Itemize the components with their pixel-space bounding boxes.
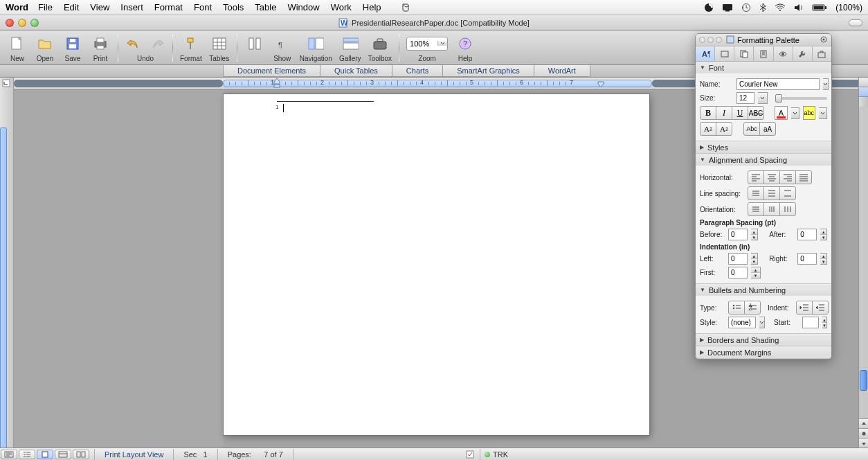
palette-tab-compatibility[interactable] — [774, 46, 793, 61]
after-stepper[interactable]: ▲▼ — [820, 229, 827, 240]
zoom-field[interactable] — [406, 37, 448, 51]
zoom-dropdown[interactable] — [437, 41, 447, 46]
first-line-indent-marker[interactable] — [273, 78, 280, 88]
slider-knob[interactable] — [775, 94, 782, 103]
strikethrough-button[interactable]: ABC — [748, 106, 764, 120]
track-changes-status[interactable]: TRK — [485, 450, 508, 459]
toolbox-icon[interactable] — [372, 35, 388, 52]
spacing-15-button[interactable] — [763, 186, 780, 200]
italic-button[interactable]: I — [716, 106, 732, 120]
browse-object-button[interactable] — [859, 428, 868, 438]
smallcaps-button[interactable]: Abc — [743, 122, 760, 136]
scroll-track[interactable] — [859, 107, 868, 418]
highlight-button[interactable]: abc — [803, 106, 816, 120]
menu-window[interactable]: Window — [287, 2, 319, 12]
section-margins-header[interactable]: ▶Document Margins — [696, 346, 831, 358]
next-page-button[interactable] — [859, 438, 868, 448]
document-page[interactable]: 1 — [224, 94, 649, 435]
tab-document-elements[interactable]: Document Elements — [223, 65, 320, 77]
palette-tab-tools[interactable] — [793, 46, 813, 61]
palette-tab-object[interactable] — [715, 46, 734, 61]
zoom-window-button[interactable] — [30, 19, 39, 27]
undo-icon[interactable] — [125, 35, 142, 52]
scroll-up-button[interactable] — [859, 87, 868, 97]
columns-icon[interactable] — [246, 35, 263, 52]
align-center-button[interactable] — [763, 170, 780, 184]
bullets-start-field[interactable] — [802, 317, 819, 328]
tab-selector[interactable] — [2, 79, 10, 89]
palette-min-button[interactable] — [707, 37, 714, 43]
palette-zoom-button[interactable] — [716, 37, 722, 43]
font-name-dropdown[interactable] — [823, 78, 829, 90]
new-doc-icon[interactable] — [9, 35, 26, 52]
navigation-icon[interactable] — [307, 35, 324, 52]
display-icon[interactable] — [722, 3, 733, 12]
vertical-scrollbar[interactable] — [858, 78, 868, 448]
publishing-view-button[interactable] — [73, 450, 89, 459]
highlight-dropdown[interactable] — [819, 107, 827, 119]
font-name-field[interactable] — [736, 78, 820, 90]
volume-icon[interactable] — [794, 3, 804, 12]
battery-icon[interactable] — [812, 3, 827, 12]
superscript-button[interactable]: A2 — [700, 122, 716, 136]
align-justify-button[interactable] — [795, 170, 812, 184]
font-size-slider[interactable] — [775, 97, 827, 100]
show-icon[interactable]: ¶ — [274, 35, 291, 52]
menu-file[interactable]: File — [38, 2, 53, 12]
wifi-icon[interactable] — [775, 3, 786, 12]
align-left-button[interactable] — [748, 170, 764, 184]
indent-left-stepper[interactable]: ▲▼ — [751, 253, 758, 265]
changecase-button[interactable]: aA — [759, 122, 776, 136]
after-field[interactable] — [797, 229, 817, 240]
print-icon[interactable] — [92, 35, 109, 52]
bold-button[interactable]: B — [700, 106, 716, 120]
font-size-dropdown[interactable] — [758, 92, 768, 104]
palette-tab-formatting[interactable]: A¶ — [696, 46, 715, 61]
menu-insert[interactable]: Insert — [120, 2, 143, 12]
palette-tab-project[interactable] — [813, 46, 831, 61]
bullets-start-stepper[interactable]: ▲▼ — [822, 317, 827, 328]
print-layout-view-button[interactable] — [37, 450, 53, 459]
bluetooth-icon[interactable] — [759, 3, 766, 12]
section-styles-header[interactable]: ▶Styles — [696, 141, 831, 153]
tables-icon[interactable] — [211, 35, 228, 52]
redo-icon[interactable] — [149, 35, 165, 52]
spellcheck-status[interactable] — [466, 450, 476, 459]
indent-right-field[interactable] — [797, 253, 817, 265]
section-bullets-header[interactable]: ▼Bullets and Numbering — [696, 284, 831, 296]
sync-icon[interactable] — [704, 3, 714, 12]
font-color-dropdown[interactable] — [791, 107, 799, 119]
font-color-button[interactable]: A — [775, 106, 788, 120]
bullets-style-field[interactable] — [728, 317, 756, 328]
timemachine-icon[interactable] — [741, 3, 751, 12]
gallery-icon[interactable] — [342, 35, 359, 52]
orient-horiz-button[interactable] — [748, 202, 764, 216]
menu-table[interactable]: Table — [255, 2, 276, 12]
palette-close-button[interactable] — [699, 37, 705, 43]
indent-right-stepper[interactable]: ▲▼ — [820, 253, 827, 265]
notebook-view-button[interactable] — [55, 450, 71, 459]
tab-charts[interactable]: Charts — [392, 65, 443, 77]
right-indent-marker[interactable] — [597, 78, 604, 88]
decrease-indent-button[interactable] — [796, 301, 813, 315]
tab-quick-tables[interactable]: Quick Tables — [320, 65, 392, 77]
before-stepper[interactable]: ▲▼ — [751, 229, 758, 240]
help-icon[interactable]: ? — [457, 35, 473, 52]
zoom-input[interactable] — [407, 39, 437, 48]
tab-smartart[interactable]: SmartArt Graphics — [442, 65, 534, 77]
numbering-button[interactable]: 12 — [744, 301, 761, 315]
tab-wordart[interactable]: WordArt — [534, 65, 590, 77]
palette-titlebar[interactable]: Formatting Palette — [696, 34, 831, 46]
minimize-window-button[interactable] — [18, 19, 26, 27]
indent-left-field[interactable] — [728, 253, 748, 265]
menu-edit[interactable]: Edit — [64, 2, 79, 12]
increase-indent-button[interactable] — [812, 301, 829, 315]
bullets-style-dropdown[interactable] — [759, 317, 765, 328]
split-button[interactable] — [859, 78, 868, 87]
scroll-thumb[interactable] — [860, 370, 867, 391]
section-font-header[interactable]: ▼Font — [696, 62, 831, 73]
palette-gear-icon[interactable] — [820, 35, 828, 45]
menu-tools[interactable]: Tools — [223, 2, 244, 12]
indent-first-field[interactable] — [728, 267, 748, 278]
script-menu-icon[interactable] — [401, 3, 410, 12]
